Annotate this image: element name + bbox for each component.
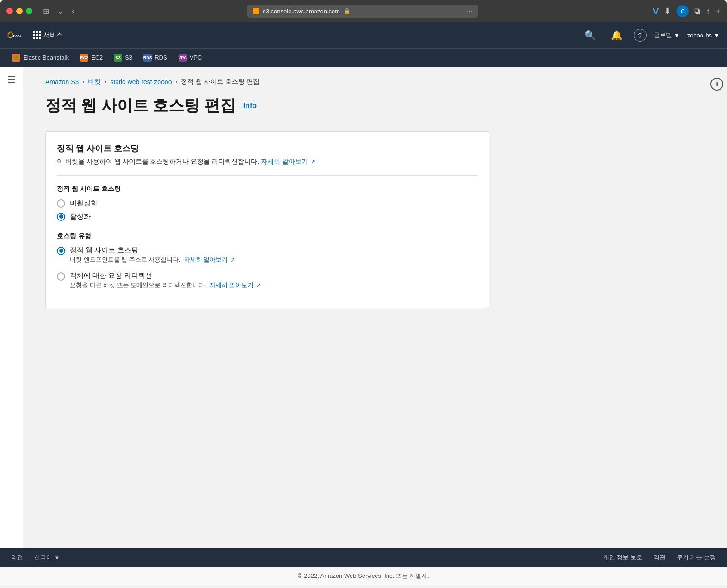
breadcrumb-sep-2: › — [105, 79, 106, 85]
cookie-link[interactable]: 쿠키 기본 설정 — [677, 553, 716, 562]
hosting-type-redirect: 객체에 대한 요청 리디렉션 요청을 다른 버킷 또는 도메인으로 리디렉션합니… — [57, 271, 478, 289]
breadcrumb-current: 정적 웹 사이트 호스팅 편집 — [181, 78, 259, 86]
user-menu[interactable]: zoooo-hs ▼ — [687, 32, 720, 39]
breadcrumb-sep-3: › — [175, 79, 177, 85]
share-icon[interactable]: ↑ — [706, 6, 710, 16]
help-icon[interactable]: ? — [634, 29, 647, 42]
breadcrumb-buckets[interactable]: 버킷 — [88, 78, 101, 86]
radio-enable-label: 활성화 — [70, 212, 91, 221]
radio-disable[interactable]: 비활성화 — [57, 199, 478, 208]
card-header: 정적 웹 사이트 호스팅 이 버킷을 사용하여 웹 사이트를 호스팅하거나 요청… — [57, 143, 478, 166]
rds-label: RDS — [154, 54, 167, 61]
minimize-button[interactable] — [16, 8, 23, 14]
card-section-title: 정적 웹 사이트 호스팅 — [57, 143, 478, 154]
shortcut-s3[interactable]: S3 S3 — [109, 52, 137, 64]
browser-chrome: ⊞ ⌄ ‹ s3.console.aws.amazon.com 🔒 ··· V … — [0, 0, 727, 22]
redirect-radio-outer — [57, 272, 65, 281]
hosting-section-label: 정적 웹 사이트 호스팅 — [57, 185, 478, 193]
info-badge[interactable]: Info — [243, 102, 257, 110]
learn-more-link-1[interactable]: 자세히 알아보기 — [261, 158, 308, 165]
address-bar[interactable]: s3.console.aws.amazon.com 🔒 ··· — [247, 5, 478, 18]
sidebar-toggle-btn[interactable]: ⊞ — [41, 6, 51, 17]
vpc-icon: VPC — [179, 54, 187, 62]
grid-icon — [33, 31, 41, 39]
feedback-link[interactable]: 의견 — [11, 553, 23, 562]
static-radio-outer — [57, 247, 65, 255]
browser-actions: V ⬇ C ⧉ ↑ + — [653, 5, 721, 17]
close-button[interactable] — [6, 8, 13, 14]
lock-icon: 🔒 — [344, 8, 351, 14]
traffic-lights — [6, 8, 32, 14]
redirect-title: 객체에 대한 요청 리디렉션 — [70, 271, 152, 280]
footer: 의견 한국어 ▼ 개인 정보 보호 약관 쿠키 기본 설정 — [0, 548, 727, 567]
region-label: 글로벌 — [654, 31, 672, 39]
card-divider — [57, 175, 478, 176]
main-card: 정적 웹 사이트 호스팅 이 버킷을 사용하여 웹 사이트를 호스팅하거나 요청… — [45, 131, 489, 308]
hosting-enable-group: 비활성화 활성화 — [57, 199, 478, 221]
back-button[interactable]: ‹ — [69, 6, 76, 16]
breadcrumb: Amazon S3 › 버킷 › static-web-test-zoooo ›… — [45, 78, 705, 86]
aws-topnav: aws 서비스 🔍 🔔 ? 글로벌 ▼ zoooo-hs ▼ — [0, 22, 727, 48]
aws-logo[interactable]: aws — [7, 28, 26, 43]
maximize-button[interactable] — [26, 8, 32, 14]
card-description: 이 버킷을 사용하여 웹 사이트를 호스팅하거나 요청을 리디렉션합니다. 자세… — [57, 158, 478, 166]
eb-label: Elastic Beanstalk — [23, 54, 69, 61]
privacy-link[interactable]: 개인 정보 보호 — [603, 553, 642, 562]
terms-link[interactable]: 약관 — [653, 553, 665, 562]
more-icon[interactable]: ··· — [467, 7, 473, 15]
ec2-icon: EC2 — [80, 54, 88, 62]
radio-disable-label: 비활성화 — [70, 199, 98, 208]
static-learn-more-link[interactable]: 자세히 알아보기 — [184, 256, 228, 263]
new-tab-icon[interactable]: + — [715, 6, 721, 16]
notification-icon[interactable]: 🔔 — [607, 28, 626, 43]
static-hosting-desc: 버킷 엔드포인트를 웹 주소로 사용합니다. 자세히 알아보기 ↗ — [70, 256, 478, 264]
search-icon[interactable]: 🔍 — [581, 28, 600, 43]
aws-logo-svg: aws — [7, 28, 26, 43]
shortcut-rds[interactable]: RDS RDS — [139, 52, 172, 64]
shortcut-ec2[interactable]: EC2 EC2 — [75, 52, 107, 64]
external-link-icon-1: ↗ — [311, 159, 315, 165]
breadcrumb-bucket-name[interactable]: static-web-test-zoooo — [110, 78, 172, 86]
info-sidebar: ℹ — [707, 70, 727, 91]
region-selector[interactable]: 글로벌 ▼ — [654, 31, 680, 39]
s3-icon: S3 — [114, 54, 122, 62]
sidebar-toggle[interactable]: ☰ — [0, 67, 23, 548]
radio-enable-outer — [57, 213, 65, 221]
language-selector[interactable]: 한국어 ▼ — [34, 553, 60, 562]
hosting-type-static: 정적 웹 사이트 호스팅 버킷 엔드포인트를 웹 주소로 사용합니다. 자세히 … — [57, 246, 478, 264]
radio-enable[interactable]: 활성화 — [57, 212, 478, 221]
site-favicon — [253, 8, 259, 14]
radio-disable-outer — [57, 199, 65, 208]
s3-label: S3 — [125, 54, 132, 61]
static-hosting-title: 정적 웹 사이트 호스팅 — [70, 246, 138, 255]
shortcut-elastic-beanstalk[interactable]: 🌿 Elastic Beanstalk — [7, 52, 74, 64]
redirect-desc: 요청을 다른 버킷 또는 도메인으로 리디렉션합니다. 자세히 알아보기 ↗ — [70, 281, 478, 289]
shortcut-vpc[interactable]: VPC VPC — [174, 52, 207, 64]
download-icon[interactable]: ⬇ — [664, 6, 671, 16]
external-link-icon-2: ↗ — [230, 257, 235, 263]
static-radio-inner — [59, 249, 63, 253]
static-hosting-radio[interactable]: 정적 웹 사이트 호스팅 — [57, 246, 478, 256]
info-circle-button[interactable]: ℹ — [710, 78, 723, 91]
redirect-learn-more-link[interactable]: 자세히 알아보기 — [209, 282, 253, 288]
c-extension-icon[interactable]: C — [677, 5, 689, 17]
redirect-radio[interactable]: 객체에 대한 요청 리디렉션 — [57, 271, 478, 281]
radio-enable-inner — [59, 214, 63, 219]
chevron-down-icon[interactable]: ⌄ — [55, 6, 66, 17]
svg-text:aws: aws — [12, 33, 21, 38]
menu-icon: ☰ — [7, 74, 16, 541]
velvet-icon[interactable]: V — [653, 6, 659, 17]
url-text: s3.console.aws.amazon.com — [263, 8, 340, 15]
ec2-label: EC2 — [91, 54, 103, 61]
content-area: Amazon S3 › 버킷 › static-web-test-zoooo ›… — [23, 67, 727, 548]
page-title: 정적 웹 사이트 호스팅 편집 — [45, 95, 236, 116]
eb-icon: 🌿 — [12, 54, 20, 62]
user-chevron: ▼ — [714, 32, 720, 39]
breadcrumb-s3[interactable]: Amazon S3 — [45, 78, 79, 86]
tab-icon[interactable]: ⧉ — [694, 6, 700, 16]
lang-chevron: ▼ — [54, 554, 60, 561]
copyright-text: © 2022, Amazon Web Services, Inc. 또는 계열사… — [298, 572, 429, 579]
hosting-type-label: 호스팅 유형 — [57, 232, 478, 240]
service-shortcuts: 🌿 Elastic Beanstalk EC2 EC2 S3 S3 RDS RD… — [0, 48, 727, 67]
services-menu-button[interactable]: 서비스 — [33, 31, 63, 39]
